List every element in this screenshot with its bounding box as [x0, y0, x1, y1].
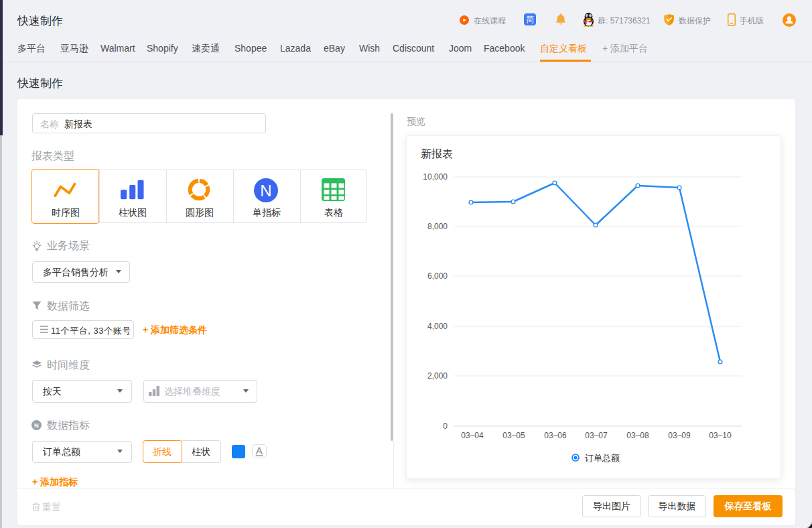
svg-text:03–09: 03–09 — [668, 431, 691, 440]
svg-text:订单总额: 订单总额 — [585, 453, 620, 463]
svg-text:4,000: 4,000 — [427, 322, 448, 331]
svg-text:03–06: 03–06 — [544, 431, 567, 440]
svg-text:03–05: 03–05 — [502, 431, 525, 440]
svg-text:2,000: 2,000 — [427, 371, 448, 381]
svg-text:03–07: 03–07 — [585, 431, 608, 440]
svg-text:6,000: 6,000 — [427, 271, 448, 281]
svg-text:03–04: 03–04 — [461, 431, 484, 440]
svg-text:03–08: 03–08 — [626, 431, 649, 440]
svg-text:8,000: 8,000 — [427, 222, 448, 231]
svg-text:N: N — [34, 421, 39, 429]
svg-text:0: 0 — [443, 421, 448, 431]
svg-text:10,000: 10,000 — [423, 172, 448, 182]
svg-text:03–10: 03–10 — [709, 431, 732, 440]
svg-text:N: N — [260, 182, 271, 200]
